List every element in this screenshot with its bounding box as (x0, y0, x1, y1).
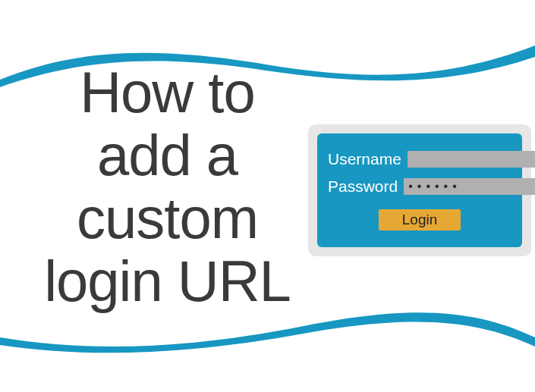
username-input[interactable] (408, 151, 535, 168)
password-input[interactable] (404, 178, 535, 195)
page-title: How to add a custom login URL (36, 61, 298, 312)
password-label: Password (328, 177, 398, 196)
username-label: Username (328, 150, 401, 168)
login-panel: Username Password Login (317, 133, 522, 247)
login-card: Username Password Login (308, 124, 531, 256)
wave-decoration-bottom (0, 307, 535, 360)
password-row: Password (328, 177, 511, 196)
username-row: Username (328, 150, 511, 168)
login-button-row: Login (328, 209, 511, 230)
login-button[interactable]: Login (379, 209, 461, 230)
